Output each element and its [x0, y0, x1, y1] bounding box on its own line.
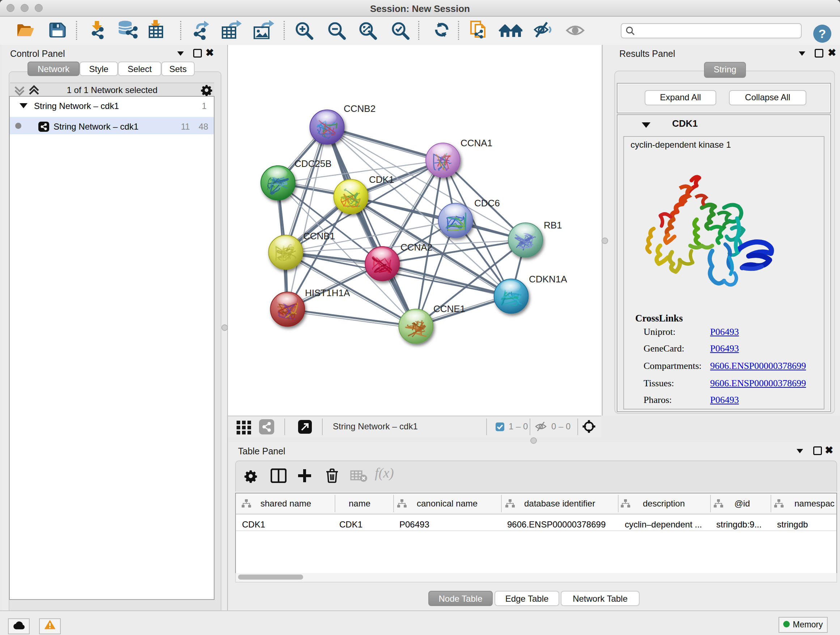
- svg-text:?: ?: [819, 27, 826, 41]
- svg-text:CCNA2: CCNA2: [401, 242, 432, 253]
- svg-text:CCNE1: CCNE1: [433, 303, 465, 314]
- svg-text:CDC6: CDC6: [474, 198, 500, 209]
- svg-text:CDK1: CDK1: [369, 174, 394, 185]
- svg-text:CDC25B: CDC25B: [294, 158, 332, 169]
- svg-text:CCNB1: CCNB1: [303, 231, 335, 241]
- svg-text:CCNB2: CCNB2: [344, 103, 376, 114]
- svg-text:CCNA1: CCNA1: [461, 138, 493, 149]
- svg-text:HIST1H1A: HIST1H1A: [305, 287, 350, 298]
- svg-text:RB1: RB1: [544, 220, 562, 231]
- svg-text:CDKN1A: CDKN1A: [529, 274, 567, 285]
